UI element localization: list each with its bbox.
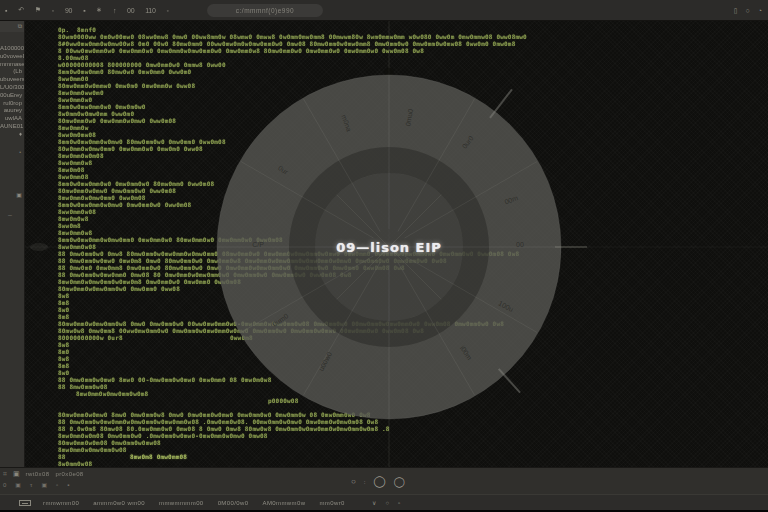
address-bar[interactable]: c:/mmmnf(0)e990 — [207, 4, 323, 17]
sidebar-item[interactable]: uwlAA — [0, 115, 24, 123]
status-center-icons: ∨○▫ — [372, 495, 400, 510]
status-bar: rmmwmm00ammm0w0 wm00mmwmmmm000M00/0w0AM0… — [0, 494, 768, 510]
status-item-6: mm0wr0 — [319, 500, 344, 506]
half-circle-icon[interactable]: ◔ — [758, 7, 762, 14]
box2-icon[interactable]: ▣ — [41, 481, 47, 488]
dial-center-label: 09—lison EIP — [336, 240, 442, 255]
tau-icon[interactable]: τ — [30, 482, 32, 488]
sidebar-dot-marker: • — [19, 149, 21, 155]
status-items: rmmwmm00ammm0w0 wm00mmwmmmm000M00/0w0AM0… — [43, 495, 345, 510]
toolbar-icon-row: ▪↶⚑◦90▪∗↑00110◦ — [5, 0, 169, 20]
bottom-label-1: rwt0x08 — [26, 471, 50, 477]
record-icon[interactable]: ◦ — [167, 7, 169, 14]
sidebar-panel-icon[interactable]: ▣ — [16, 191, 22, 198]
status-item-2: ammm0w0 wm00 — [93, 500, 145, 506]
grid-icon[interactable]: ⌗ — [3, 470, 7, 478]
dot-icon[interactable]: ◦ — [52, 7, 54, 14]
sidebar-item[interactable]: mmmase0 — [0, 61, 24, 69]
dial-tick-label: C/P — [252, 241, 264, 248]
sidebar-item[interactable]: ubuveers — [0, 76, 24, 84]
square-small-icon[interactable]: ▫ — [398, 500, 400, 506]
bottom-control-bar: ⌗▣rwt0x08pr0x0e08 0▣τ▣▫▪ ○:◯◯ — [0, 467, 768, 494]
stop-ring-button[interactable]: ◯ — [394, 477, 405, 487]
asterisk-icon[interactable]: ∗ — [96, 6, 102, 14]
status-item-1: rmmwmm00 — [43, 500, 79, 506]
tick-upper-right — [490, 89, 512, 117]
small-box-icon[interactable]: ▫ — [56, 482, 58, 488]
status-item-3: mmwmmmm00 — [159, 500, 204, 506]
upload-icon[interactable]: ↑ — [113, 7, 116, 14]
sidebar-item[interactable]: (Lb — [0, 68, 24, 76]
sidebar-item[interactable]: rul0rop — [0, 100, 24, 108]
check-icon[interactable]: ∨ — [372, 499, 376, 506]
badge-110[interactable]: 110 — [145, 7, 155, 14]
circle-small-icon[interactable]: ○ — [385, 500, 389, 506]
badge-90[interactable]: 90 — [65, 7, 72, 14]
bottom-row1: ⌗▣rwt0x08pr0x0e08 — [3, 470, 84, 478]
sidebar-item[interactable]: ♦ — [0, 131, 24, 139]
left-sidebar: ⧉ A10000007u0voveeDmmmase0(LbubuveersL/U… — [0, 21, 25, 467]
sidebar-item[interactable]: L/U0/300 — [0, 84, 24, 92]
layout-icon[interactable]: ▯ — [734, 7, 738, 15]
left-axis-blob — [30, 243, 48, 251]
sidebar-item-list: A10000007u0voveeDmmmase0(LbubuveersL/U0/… — [0, 45, 24, 139]
menu-icon[interactable]: ▪ — [5, 7, 7, 14]
sidebar-header-icon[interactable]: ⧉ — [18, 22, 22, 31]
sidebar-item[interactable]: AUNE01 — [0, 123, 24, 131]
record-ring-button[interactable]: ◯ — [374, 476, 386, 487]
flag-icon[interactable]: ⚑ — [35, 6, 41, 14]
dial-tick-label: 00 — [516, 241, 524, 248]
sidebar-dash-marker: – — [8, 211, 12, 218]
app-window: ▪↶⚑◦90▪∗↑00110◦ c:/mmmnf(0)e990 ▯○◔ ⧉ A1… — [0, 0, 768, 512]
marker-icon[interactable]: ▪ — [83, 7, 85, 14]
sidebar-item[interactable]: auurey — [0, 107, 24, 115]
sidebar-item[interactable]: u0voveeD — [0, 53, 24, 61]
small-square-icon[interactable]: ▪ — [67, 482, 69, 488]
top-toolbar: ▪↶⚑◦90▪∗↑00110◦ c:/mmmnf(0)e990 ▯○◔ — [0, 0, 768, 21]
status-box-icon[interactable] — [19, 500, 31, 506]
status-item-4: 0M00/0w0 — [218, 500, 249, 506]
window-icon-row: ▯○◔ — [734, 0, 762, 21]
box-icon[interactable]: ▣ — [15, 481, 21, 488]
undo-icon[interactable]: ↶ — [18, 6, 24, 14]
sidebar-item[interactable]: 00uErey — [0, 92, 24, 100]
badge-00[interactable]: 00 — [127, 7, 134, 14]
sidebar-item[interactable]: A10000007 — [0, 45, 24, 53]
tick-lower-right — [499, 369, 520, 393]
transport-controls: ○:◯◯ — [351, 468, 405, 495]
bottom-label-2: pr0x0e08 — [55, 471, 83, 477]
panel-icon[interactable]: ▣ — [13, 470, 20, 478]
status-item-5: AM0mmwm0w — [263, 500, 306, 506]
colon-divider[interactable]: : — [364, 479, 366, 485]
sidebar-header: ⧉ — [0, 21, 24, 32]
bottom-row2: 0▣τ▣▫▪ — [3, 481, 69, 488]
ring-small-button[interactable]: ○ — [351, 478, 356, 486]
clock-icon[interactable]: ○ — [746, 7, 750, 14]
zero-badge-icon[interactable]: 0 — [3, 482, 6, 488]
